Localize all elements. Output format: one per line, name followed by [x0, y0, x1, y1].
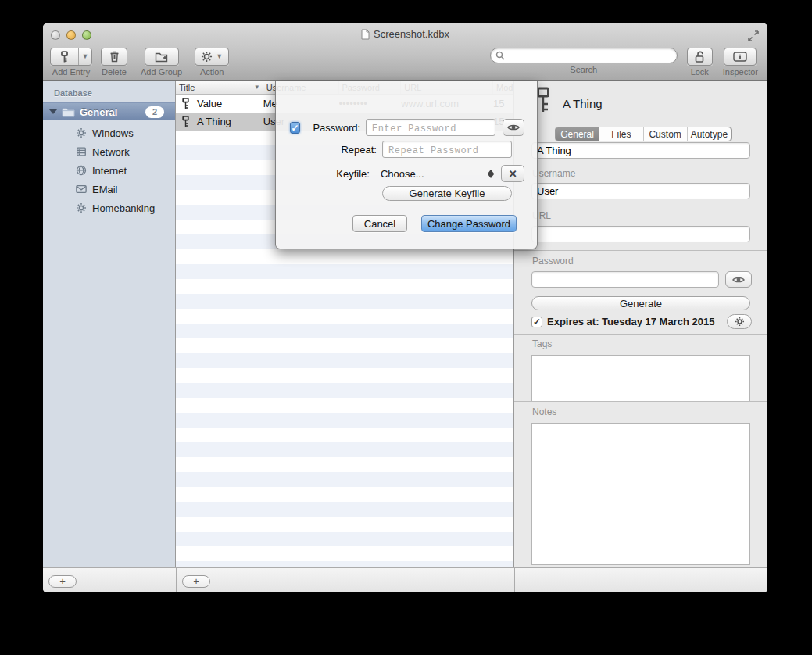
section-divider	[514, 334, 767, 335]
tab-general[interactable]: General	[556, 127, 599, 141]
sidebar-item-label: Internet	[92, 165, 127, 177]
sheet-password-input[interactable]	[366, 119, 495, 136]
keyfile-popup[interactable]: Choose...	[375, 168, 494, 180]
title-field[interactable]	[531, 142, 750, 159]
gear-icon	[735, 317, 745, 327]
column-header-title[interactable]: Title▼	[176, 81, 263, 94]
inspector-tabs: General Files Custom Autotype	[555, 127, 732, 141]
sidebar-item-label: Homebanking	[92, 202, 155, 214]
gear-icon	[201, 51, 213, 63]
delete-label: Delete	[102, 67, 127, 77]
lock-open-icon	[694, 51, 706, 63]
window-title-group: Screenshot.kdbx	[43, 28, 767, 40]
chevron-down-icon[interactable]: ▼	[78, 48, 91, 65]
group-count-badge: 2	[145, 106, 164, 118]
sheet-repeat-label: Repeat:	[290, 144, 377, 156]
clear-keyfile-button[interactable]: ✕	[501, 165, 524, 182]
tab-files[interactable]: Files	[599, 127, 643, 141]
reveal-password-button[interactable]	[503, 119, 524, 136]
app-window: Screenshot.kdbx ▼ Add Entry	[43, 23, 767, 592]
document-icon	[361, 29, 370, 40]
toolbar: ▼ Add Entry Delete	[43, 45, 767, 80]
inspector-panel: A Thing General Files Custom Autotype Us…	[514, 81, 767, 567]
sidebar-item-windows[interactable]: Windows	[43, 123, 175, 142]
inspector-label: Inspector	[723, 67, 758, 77]
gear-icon	[76, 127, 87, 138]
tags-input[interactable]	[531, 355, 750, 401]
gear-icon	[76, 202, 87, 213]
search-icon	[495, 51, 505, 60]
cancel-button[interactable]: Cancel	[352, 215, 407, 232]
sort-indicator-icon: ▼	[254, 84, 260, 91]
section-divider	[514, 250, 767, 251]
action-label: Action	[200, 67, 224, 77]
generate-button[interactable]: Generate	[531, 296, 750, 310]
tab-autotype[interactable]: Autotype	[688, 127, 731, 141]
sidebar-item-email[interactable]: EMail	[43, 180, 175, 199]
bottom-bar: + +	[43, 567, 767, 592]
disclosure-triangle-icon[interactable]	[49, 109, 57, 114]
window-title: Screenshot.kdbx	[374, 28, 449, 40]
eye-icon	[732, 276, 745, 284]
trash-icon	[109, 51, 120, 63]
sidebar-item-network[interactable]: Network	[43, 142, 175, 161]
globe-icon	[76, 165, 87, 176]
expires-options-button[interactable]	[727, 314, 752, 329]
sheet-repeat-input[interactable]	[382, 141, 512, 158]
username-field[interactable]	[531, 183, 750, 199]
entry-title: A Thing	[563, 97, 603, 110]
add-entry-button[interactable]: ▼	[50, 48, 92, 66]
generate-keyfile-button[interactable]: Generate Keyfile	[382, 186, 512, 201]
folder-plus-icon	[155, 52, 168, 63]
lock-label: Lock	[691, 67, 709, 77]
sidebar-item-internet[interactable]: Internet	[43, 161, 175, 180]
password-label: Password	[532, 256, 574, 267]
info-icon	[733, 52, 747, 62]
sidebar-group-general[interactable]: General 2	[43, 102, 175, 120]
add-entry-label: Add Entry	[52, 67, 90, 77]
add-group-plus-button[interactable]: +	[48, 575, 77, 588]
key-icon	[182, 116, 189, 127]
expires-checkbox[interactable]: ✓	[531, 317, 542, 328]
key-icon	[536, 87, 550, 113]
sheet-keyfile-label: Keyfile:	[290, 168, 370, 180]
username-label: Username	[532, 168, 575, 179]
search-input[interactable]	[508, 50, 672, 61]
sidebar-group-label: General	[80, 106, 117, 118]
password-field[interactable]	[531, 271, 719, 288]
close-icon: ✕	[509, 168, 517, 180]
url-field[interactable]	[531, 226, 750, 242]
sidebar-item-label: EMail	[92, 184, 118, 195]
sheet-password-label: Password:	[300, 122, 360, 134]
folder-icon	[62, 107, 75, 117]
notes-input[interactable]	[531, 423, 750, 565]
sidebar-item-label: Network	[92, 146, 130, 158]
delete-button[interactable]	[101, 48, 127, 66]
envelope-icon	[76, 184, 87, 194]
eye-icon	[507, 123, 520, 131]
tags-label: Tags	[532, 338, 552, 349]
action-button[interactable]: ▼	[195, 48, 229, 66]
fullscreen-icon[interactable]	[747, 30, 760, 42]
stepper-icon[interactable]	[488, 170, 494, 178]
add-entry-plus-button[interactable]: +	[182, 575, 210, 588]
expires-label: Expires at: Tuesday 17 March 2015	[547, 316, 714, 328]
add-group-button[interactable]	[145, 48, 179, 66]
search-label: Search	[570, 65, 597, 74]
add-group-label: Add Group	[141, 67, 182, 77]
reveal-password-button[interactable]	[725, 271, 752, 288]
key-icon	[182, 98, 189, 109]
sidebar: Database General 2 Windows Net	[43, 81, 176, 567]
change-password-button[interactable]: Change Password	[421, 215, 517, 232]
search-field[interactable]	[490, 48, 678, 63]
lock-button[interactable]	[687, 48, 713, 66]
inspector-button[interactable]	[724, 48, 757, 66]
password-enabled-checkbox[interactable]: ✓	[290, 122, 300, 134]
pane-divider	[176, 568, 177, 592]
titlebar[interactable]: Screenshot.kdbx	[43, 23, 767, 45]
expires-row: ✓ Expires at: Tuesday 17 March 2015	[531, 316, 714, 328]
pane-divider	[514, 568, 515, 592]
tab-custom[interactable]: Custom	[644, 127, 688, 141]
keyfile-value: Choose...	[375, 168, 424, 180]
sidebar-item-homebanking[interactable]: Homebanking	[43, 199, 175, 217]
